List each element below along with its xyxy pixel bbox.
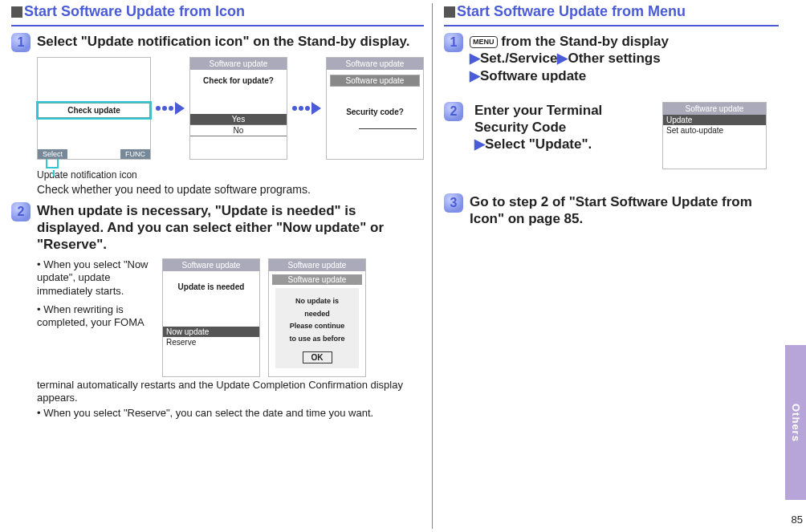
phone-screen-security: Software update Software update Security…: [326, 57, 424, 160]
r2a: Enter your Terminal Security Code: [474, 103, 602, 135]
info4: to use as before: [277, 335, 357, 343]
left-step2-row: • When you select "Now update", update i…: [37, 258, 424, 377]
bullet-reserve: • When you select "Reserve", you can sel…: [37, 407, 424, 420]
update-icon-caption: Update notification icon: [37, 169, 424, 181]
info2: needed: [277, 311, 357, 319]
step-number-3: 3: [444, 193, 463, 213]
right-step-1: 1 MENU from the Stand-by display ▶Set./S…: [444, 33, 779, 84]
right-step-2: 2 Enter your Terminal Security Code ▶Sel…: [444, 102, 779, 169]
left-column: Start Software Update from Icon 1 Select…: [0, 0, 432, 532]
left-step-2: 2 When update is necessary, "Update is n…: [11, 202, 424, 254]
side-tab-others: Others: [785, 345, 806, 500]
menu-now-update: Now update: [163, 327, 259, 337]
softkey-select: Select: [38, 149, 67, 159]
bullet-rewriting-cont: terminal automatically restarts and the …: [37, 379, 424, 405]
info1: No update is: [277, 298, 357, 306]
right-column: Start Software Update from Menu 1 MENU f…: [433, 0, 806, 532]
left-step1-content: Check update Select FUNC Software update…: [37, 57, 424, 197]
hdr-e: Software update: [269, 259, 365, 271]
hdr2-e: Software update: [272, 274, 362, 285]
left-step1-sub: Check whether you need to update softwar…: [37, 182, 424, 197]
page-number: 85: [792, 514, 803, 526]
right-step-3: 3 Go to step 2 of "Start Software Update…: [444, 193, 779, 228]
side-tab-label: Others: [790, 404, 802, 442]
r1a: from the Stand-by display: [498, 34, 669, 49]
label-security-code: Security code?: [327, 108, 423, 116]
square-icon: [444, 6, 455, 18]
triangle-right-icon: ▶: [474, 136, 485, 152]
ok-button: OK: [303, 351, 332, 363]
triangle-right-icon: ▶: [470, 50, 480, 67]
r2b: Select "Update".: [485, 136, 592, 152]
square-icon: [11, 6, 22, 18]
phone-screen-no-update: Software update Software update No updat…: [268, 258, 366, 377]
phone-screen-standby: Check update Select FUNC: [37, 57, 151, 160]
left-step-1: 1 Select "Update notification icon" on t…: [11, 33, 424, 52]
hdr-d: Software update: [163, 259, 259, 271]
right-section-title: Start Software Update from Menu: [457, 3, 686, 20]
r1b1: Set./Service: [480, 51, 557, 66]
triangle-right-icon: ▶: [557, 50, 568, 67]
label-update-needed: Update is needed: [163, 282, 259, 291]
hdr2-c: Software update: [330, 75, 420, 87]
r1b2: Other settings: [568, 51, 660, 66]
rule-line: [444, 25, 779, 26]
r1c: Software update: [480, 68, 586, 83]
menu-reserve: Reserve: [163, 337, 259, 347]
arrow-dots-2: [292, 102, 321, 115]
info3: Please continue: [277, 323, 357, 331]
phone-screen-update-menu: Software update Update Set auto-update: [662, 102, 767, 169]
hdr-f: Software update: [663, 103, 766, 115]
input-line: [359, 126, 417, 129]
hdr-c: Software update: [327, 58, 423, 70]
label-check-for-update: Check for update?: [190, 76, 287, 85]
bullet-now-update: • When you select "Now update", update i…: [37, 258, 154, 298]
phone-screen-update-needed: Software update Update is needed Now upd…: [162, 258, 260, 377]
arrow-dots-1: [156, 102, 185, 115]
r3: Go to step 2 of "Start Software Update f…: [470, 193, 779, 228]
left-section-title: Start Software Update from Icon: [24, 3, 245, 20]
option-yes: Yes: [190, 114, 287, 125]
arrow-right-icon: [175, 102, 185, 115]
step-number-2: 2: [11, 202, 31, 221]
check-update-row: Check update: [38, 103, 150, 118]
phone-screen-confirm: Software update Check for update? Yes No: [189, 57, 287, 160]
left-section-heading: Start Software Update from Icon: [11, 3, 424, 20]
menu-update: Update: [663, 115, 766, 125]
step-number-2: 2: [444, 102, 463, 121]
screens-row-1: Check update Select FUNC Software update…: [37, 57, 424, 160]
left-step2-title: When update is necessary, "Update is nee…: [37, 202, 424, 254]
arrow-right-icon: [311, 102, 321, 115]
bullet-rewriting: • When rewriting is completed, your FOMA: [37, 303, 154, 330]
softkey-func: FUNC: [120, 149, 150, 159]
step-number-1: 1: [444, 33, 463, 52]
menu-set-auto-update: Set auto-update: [663, 125, 766, 136]
option-no: No: [190, 125, 287, 136]
rule-line: [11, 25, 424, 26]
triangle-right-icon: ▶: [470, 67, 480, 84]
hdr-b: Software update: [190, 58, 287, 70]
step-number-1: 1: [11, 33, 31, 52]
right-section-heading: Start Software Update from Menu: [444, 3, 779, 20]
left-step1-title: Select "Update notification icon" on the…: [37, 33, 424, 50]
menu-key-icon: MENU: [470, 36, 498, 48]
